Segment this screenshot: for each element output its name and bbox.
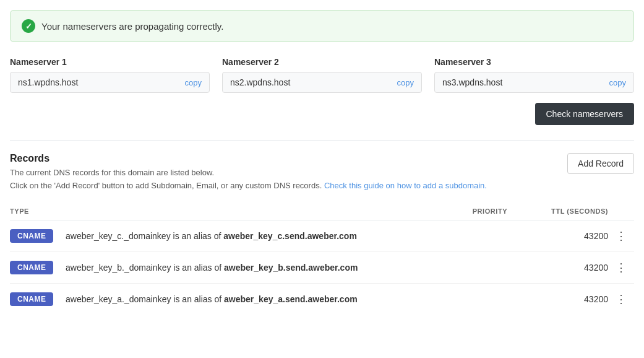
is-alias-of-text: is an alias of [173, 263, 224, 273]
row-record-cell: aweber_key_c._domainkey is an alias of a… [66, 220, 455, 251]
nameserver-1-label: Nameserver 1 [10, 57, 210, 67]
row-ttl-cell: 43200 [532, 251, 616, 283]
row-actions-cell[interactable]: ⋮ [616, 220, 634, 251]
alias-target: aweber_key_c.send.aweber.com [223, 231, 357, 241]
row-record-cell: aweber_key_b._domainkey is an alias of a… [66, 251, 455, 283]
check-nameservers-row: Check nameservers [10, 103, 634, 125]
alias-target: aweber_key_b.send.aweber.com [224, 263, 358, 273]
nameserver-2-copy[interactable]: copy [397, 78, 414, 87]
alias-name: aweber_key_b._domainkey [66, 263, 171, 273]
nameserver-1-value: ns1.wpdns.host [18, 77, 78, 87]
row-priority-cell [455, 283, 532, 315]
records-header: Records The current DNS records for this… [10, 153, 634, 193]
row-ttl-cell: 43200 [532, 220, 616, 251]
col-record [66, 203, 455, 220]
success-text: Your nameservers are propagating correct… [41, 21, 223, 32]
alias-name: aweber_key_a._domainkey [66, 294, 171, 304]
nameserver-1-copy[interactable]: copy [185, 78, 202, 87]
nameserver-1: Nameserver 1 ns1.wpdns.host copy [10, 57, 210, 93]
more-options-icon[interactable]: ⋮ [616, 262, 627, 273]
records-desc-line2-pre: Click on the 'Add Record' button to add … [10, 181, 322, 190]
col-type: TYPE [10, 203, 66, 220]
check-nameservers-button[interactable]: Check nameservers [535, 103, 635, 125]
row-priority-cell [455, 251, 532, 283]
row-actions-cell[interactable]: ⋮ [616, 283, 634, 315]
alias-target: aweber_key_a.send.aweber.com [224, 294, 358, 304]
records-info: Records The current DNS records for this… [10, 153, 487, 193]
row-priority-cell [455, 220, 532, 251]
records-desc-1: The current DNS records for this domain … [10, 167, 487, 180]
nameservers-section: Nameserver 1 ns1.wpdns.host copy Nameser… [10, 57, 634, 125]
row-type-cell: CNAME [10, 251, 66, 283]
records-title: Records [10, 153, 487, 164]
table-row: CNAME aweber_key_b._domainkey is an alia… [10, 251, 634, 283]
page-container: Your nameservers are propagating correct… [0, 0, 644, 358]
nameserver-3: Nameserver 3 ns3.wpdns.host copy [434, 57, 634, 93]
subdomain-guide-link[interactable]: Check this guide on how to add a subdoma… [324, 181, 487, 190]
row-record-cell: aweber_key_a._domainkey is an alias of a… [66, 283, 455, 315]
nameserver-2-value: ns2.wpdns.host [230, 77, 290, 87]
nameservers-grid: Nameserver 1 ns1.wpdns.host copy Nameser… [10, 57, 634, 93]
is-alias-of-text: is an alias of [173, 231, 224, 241]
more-options-icon[interactable]: ⋮ [616, 230, 627, 242]
nameserver-2-input-row: ns2.wpdns.host copy [222, 72, 422, 93]
records-desc-2: Click on the 'Add Record' button to add … [10, 180, 487, 193]
alias-name: aweber_key_c._domainkey [66, 231, 171, 241]
col-actions [616, 203, 634, 220]
row-actions-cell[interactable]: ⋮ [616, 251, 634, 283]
type-badge: CNAME [10, 292, 53, 306]
col-ttl: TTL (SECONDS) [532, 203, 616, 220]
section-divider [10, 140, 634, 141]
nameserver-3-copy[interactable]: copy [609, 78, 626, 87]
type-badge: CNAME [10, 229, 53, 243]
records-section: Records The current DNS records for this… [10, 153, 634, 315]
nameserver-3-value: ns3.wpdns.host [442, 77, 502, 87]
records-desc-line1: The current DNS records for this domain … [10, 168, 214, 177]
table-row: CNAME aweber_key_a._domainkey is an alia… [10, 283, 634, 315]
success-icon [22, 19, 35, 33]
col-priority: PRIORITY [455, 203, 532, 220]
table-row: CNAME aweber_key_c._domainkey is an alia… [10, 220, 634, 251]
row-ttl-cell: 43200 [532, 283, 616, 315]
nameserver-2: Nameserver 2 ns2.wpdns.host copy [222, 57, 422, 93]
type-badge: CNAME [10, 261, 53, 274]
table-header-row: TYPE PRIORITY TTL (SECONDS) [10, 203, 634, 220]
nameserver-2-label: Nameserver 2 [222, 57, 422, 67]
add-record-button[interactable]: Add Record [567, 153, 634, 174]
nameserver-1-input-row: ns1.wpdns.host copy [10, 72, 210, 93]
row-type-cell: CNAME [10, 220, 66, 251]
records-table: TYPE PRIORITY TTL (SECONDS) CNAME aweber… [10, 203, 634, 315]
nameserver-3-input-row: ns3.wpdns.host copy [434, 72, 634, 93]
row-type-cell: CNAME [10, 283, 66, 315]
more-options-icon[interactable]: ⋮ [616, 294, 627, 305]
nameserver-3-label: Nameserver 3 [434, 57, 634, 67]
success-banner: Your nameservers are propagating correct… [10, 10, 634, 42]
is-alias-of-text: is an alias of [173, 294, 224, 304]
